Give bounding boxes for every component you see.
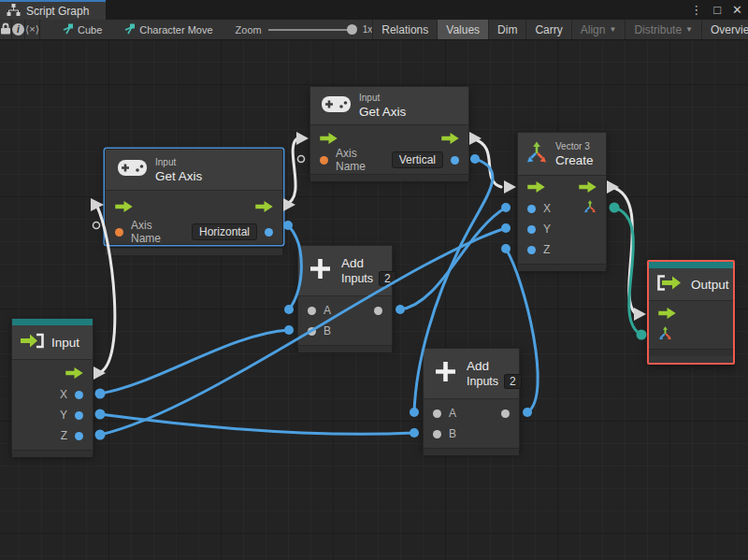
- flow-arrow-icon: [320, 131, 338, 148]
- flow-output-row[interactable]: [12, 364, 93, 384]
- node-get-axis-vertical[interactable]: Input Get Axis Axis Name Vertical: [309, 86, 469, 179]
- port-row-z[interactable]: Z: [518, 239, 606, 260]
- graph-node-icon: [61, 22, 73, 38]
- port-row-a[interactable]: A: [298, 300, 392, 321]
- node-add-1[interactable]: Add Inputs 2 A B: [297, 245, 393, 349]
- port-label: Y: [543, 223, 551, 236]
- values-button[interactable]: Values: [437, 20, 488, 39]
- port-row-b[interactable]: B: [424, 424, 519, 444]
- vector3-icon: [525, 141, 548, 167]
- breadcrumb-label: Character Move: [139, 24, 212, 36]
- node-header[interactable]: Output: [649, 268, 733, 301]
- flow-row[interactable]: [310, 129, 468, 150]
- value-port[interactable]: [308, 307, 316, 315]
- port-label: A: [449, 407, 456, 420]
- string-port[interactable]: [320, 156, 328, 165]
- breadcrumb-cube[interactable]: Cube: [51, 20, 111, 39]
- port-row-x[interactable]: X: [518, 198, 606, 219]
- node-header[interactable]: Input Get Axis: [106, 150, 282, 191]
- align-dropdown[interactable]: Align ▼: [571, 20, 626, 39]
- zoom-slider[interactable]: [268, 20, 356, 40]
- graph-node-icon: [122, 22, 135, 38]
- value-port[interactable]: [75, 391, 83, 399]
- vector3-port-icon[interactable]: [658, 326, 672, 344]
- result-port[interactable]: [374, 307, 382, 315]
- flow-arrow-icon: [441, 131, 459, 148]
- carry-button[interactable]: Carry: [525, 20, 570, 39]
- node-title: Get Axis: [359, 104, 406, 120]
- axis-name-row[interactable]: Axis Name Horizontal: [106, 220, 282, 244]
- port-label: Z: [543, 243, 550, 256]
- lock-button[interactable]: [0, 20, 12, 39]
- maximize-icon[interactable]: □: [713, 0, 721, 20]
- flow-row[interactable]: [518, 178, 606, 198]
- dim-button[interactable]: Dim: [488, 20, 525, 39]
- flow-arrow-icon: [255, 199, 273, 216]
- gamepad-icon: [322, 96, 351, 116]
- info-button[interactable]: i: [12, 20, 25, 39]
- flow-arrow-icon: [527, 179, 545, 196]
- value-port[interactable]: [265, 228, 273, 237]
- axis-name-row[interactable]: Axis Name Vertical: [310, 150, 468, 170]
- port-row-b[interactable]: B: [298, 321, 392, 341]
- result-port[interactable]: [501, 409, 510, 418]
- overview-button[interactable]: Overview: [701, 20, 748, 39]
- tab-title: Script Graph: [26, 5, 89, 18]
- node-header[interactable]: Add Inputs 2: [298, 246, 392, 296]
- code-preview-button[interactable]: ⟨×⟩: [25, 20, 40, 39]
- node-title: Create: [555, 152, 594, 168]
- value-port[interactable]: [75, 411, 83, 420]
- zoom-value: 1x: [363, 24, 373, 35]
- breadcrumb-character-move[interactable]: Character Move: [113, 20, 222, 39]
- zoom-slider-handle[interactable]: [347, 24, 357, 35]
- graph-port-cap: [12, 319, 93, 325]
- string-port[interactable]: [115, 228, 123, 237]
- port-row-y[interactable]: Y: [518, 219, 606, 239]
- node-vector3-create[interactable]: Vector 3 Create X: [517, 132, 607, 269]
- flow-input-row[interactable]: [649, 304, 733, 324]
- flow-arrow-icon: [65, 366, 83, 382]
- axis-name-field[interactable]: Vertical: [392, 151, 443, 168]
- node-footer: [298, 345, 392, 352]
- flow-arrow-icon: [115, 199, 133, 216]
- value-port[interactable]: [527, 246, 536, 254]
- node-input[interactable]: Input X Y Z: [11, 318, 94, 455]
- node-get-axis-horizontal[interactable]: Input Get Axis Axis Name Horizontal: [105, 149, 283, 245]
- port-row-a[interactable]: A: [424, 403, 519, 424]
- graph-output-icon: [656, 275, 683, 294]
- vector3-port-icon[interactable]: [583, 200, 597, 217]
- tab-script-graph[interactable]: Script Graph: [0, 0, 106, 20]
- distribute-dropdown[interactable]: Distribute ▼: [625, 20, 701, 39]
- node-header[interactable]: Vector 3 Create: [518, 133, 606, 176]
- node-add-2[interactable]: Add Inputs 2 A B: [423, 348, 520, 452]
- chevron-down-icon: ▼: [685, 25, 693, 34]
- axis-name-field[interactable]: Horizontal: [192, 223, 257, 240]
- window-menu-icon[interactable]: ⋮: [690, 0, 702, 20]
- value-port[interactable]: [308, 327, 316, 336]
- value-port[interactable]: [527, 205, 536, 213]
- value-port[interactable]: [75, 432, 83, 440]
- node-header[interactable]: Input Get Axis: [310, 87, 468, 125]
- value-port[interactable]: [527, 225, 536, 234]
- node-header[interactable]: Add Inputs 2: [424, 349, 519, 399]
- relations-button[interactable]: Relations: [372, 20, 437, 39]
- inputs-label: Inputs: [341, 271, 373, 287]
- port-row-y[interactable]: Y: [12, 405, 93, 425]
- node-header[interactable]: Input: [12, 325, 93, 360]
- inputs-count-field[interactable]: 2: [379, 271, 396, 286]
- vector3-input-row[interactable]: [649, 324, 733, 345]
- value-port[interactable]: [433, 430, 441, 438]
- port-label: B: [324, 324, 331, 337]
- node-title: Get Axis: [155, 168, 202, 184]
- node-output[interactable]: Output: [647, 260, 735, 365]
- node-subtitle: Input: [155, 156, 202, 168]
- port-label: Axis Name: [131, 219, 177, 245]
- port-row-x[interactable]: X: [12, 384, 93, 405]
- inputs-count-field[interactable]: 2: [504, 374, 522, 389]
- flow-row[interactable]: [106, 195, 282, 220]
- close-icon[interactable]: ✕: [732, 0, 742, 20]
- value-port[interactable]: [433, 409, 441, 418]
- value-port[interactable]: [451, 156, 459, 165]
- port-row-z[interactable]: Z: [12, 425, 93, 446]
- inputs-label: Inputs: [467, 374, 498, 390]
